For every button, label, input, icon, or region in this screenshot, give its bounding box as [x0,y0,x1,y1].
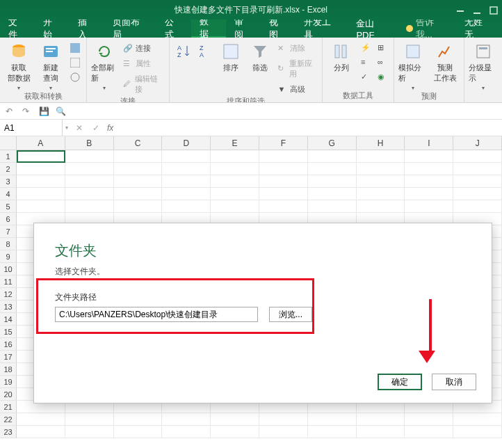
tab-dev[interactable]: 开发工具 [295,19,348,38]
properties-button[interactable]: ☰属性 [121,57,165,70]
get-external-data-button[interactable]: 获取 部数据▾ [4,39,33,91]
name-box[interactable] [0,120,63,136]
maximize-icon[interactable] [489,6,496,13]
cell[interactable] [405,175,453,188]
row-header[interactable]: 20 [0,388,17,401]
row-header[interactable]: 21 [0,401,17,413]
col-header[interactable]: F [259,136,308,150]
row-header[interactable]: 17 [0,351,17,363]
tab-view[interactable]: 视图 [261,19,295,38]
ribbon-opts-icon[interactable] [456,6,463,13]
outline-button[interactable]: 分级显示▾ [469,39,498,91]
cell[interactable] [211,175,259,188]
refresh-all-button[interactable]: 全部刷新▾ [91,39,118,91]
cell[interactable] [17,413,65,426]
edit-links-button[interactable]: 🖉编辑链接 [121,72,165,96]
cell[interactable] [405,188,453,200]
row-header[interactable]: 22 [0,413,17,426]
cell[interactable] [211,188,259,200]
row-header[interactable]: 10 [0,263,17,275]
cell[interactable] [65,150,114,163]
cell[interactable] [259,413,308,426]
row-header[interactable]: 12 [0,288,17,301]
col-header[interactable]: B [65,136,114,150]
cell[interactable] [162,413,211,426]
cell[interactable] [114,200,163,213]
row-header[interactable]: 23 [0,426,17,438]
cell[interactable] [114,426,163,438]
col-header[interactable]: H [357,136,405,150]
relationships-button[interactable]: ∞ [375,56,389,69]
cell[interactable] [405,413,453,426]
cell[interactable] [17,150,65,163]
sort-za-button[interactable]: ZA [196,39,216,61]
cell[interactable] [17,200,65,213]
cell[interactable] [211,200,259,213]
cell[interactable] [259,188,308,200]
ok-button[interactable]: 确定 [378,374,422,390]
col-header[interactable]: I [405,136,453,150]
row-header[interactable]: 11 [0,275,17,288]
row-header[interactable]: 14 [0,313,17,326]
cell[interactable] [114,150,163,163]
cell[interactable] [114,175,163,188]
cell[interactable] [259,163,308,175]
cell[interactable] [162,200,211,213]
cell[interactable] [453,163,502,175]
tell-me[interactable]: 告诉我... [400,19,455,38]
save-icon[interactable]: 💾 [39,106,49,116]
cancel-fx-icon[interactable]: ✕ [71,123,88,133]
cell[interactable] [357,413,405,426]
cell[interactable] [357,150,405,163]
cell[interactable] [114,163,163,175]
cell[interactable] [211,163,259,175]
print-preview-icon[interactable]: 🔍 [56,106,65,116]
remove-dupes-button[interactable]: ≡ [359,56,373,69]
tab-review[interactable]: 审阅 [226,19,261,38]
cell[interactable] [453,413,502,426]
row-header[interactable]: 9 [0,250,17,263]
cell[interactable] [162,163,211,175]
cell[interactable] [162,150,211,163]
cell[interactable] [65,188,114,200]
tab-insert[interactable]: 插入 [70,19,104,38]
forecast-sheet-button[interactable]: 预测 工作表 [430,39,460,83]
cell[interactable] [308,413,357,426]
clear-filter-button[interactable]: ✕清除 [275,42,318,55]
col-header[interactable]: G [308,136,357,150]
row-header[interactable]: 13 [0,301,17,313]
row-header[interactable]: 5 [0,200,17,213]
cell[interactable] [405,150,453,163]
name-dropdown-icon[interactable]: ▾ [63,125,71,131]
cell[interactable] [308,163,357,175]
cell[interactable] [357,200,405,213]
flash-fill-button[interactable]: ⚡ [359,42,373,54]
row-header[interactable]: 15 [0,326,17,338]
cell[interactable] [162,175,211,188]
cell[interactable] [357,175,405,188]
new-query-button[interactable]: 新建 查询▾ [36,39,65,91]
text-to-columns-button[interactable]: 分列 [327,39,356,73]
recent-sources-button[interactable] [68,71,82,83]
cell[interactable] [259,426,308,438]
cell[interactable] [308,150,357,163]
undo-icon[interactable]: ↶ [6,106,15,116]
cell[interactable] [17,188,65,200]
cell[interactable] [65,426,114,438]
cell[interactable] [211,426,259,438]
reapply-button[interactable]: ↻重新应用 [275,57,318,81]
what-if-button[interactable]: 模拟分析▾ [398,39,428,91]
cell[interactable] [357,163,405,175]
row-header[interactable]: 6 [0,213,17,225]
cell[interactable] [308,200,357,213]
tab-jspdf[interactable]: 金山PDF [348,19,400,38]
select-all-corner[interactable] [0,136,17,150]
cell[interactable] [65,413,114,426]
folder-path-input[interactable] [55,307,258,322]
tab-layout[interactable]: 页面布局 [104,19,157,38]
tab-file[interactable]: 文件 [0,19,35,38]
redo-icon[interactable]: ↷ [22,106,32,116]
cell[interactable] [211,413,259,426]
row-header[interactable]: 1 [0,150,17,163]
cell[interactable] [357,188,405,200]
